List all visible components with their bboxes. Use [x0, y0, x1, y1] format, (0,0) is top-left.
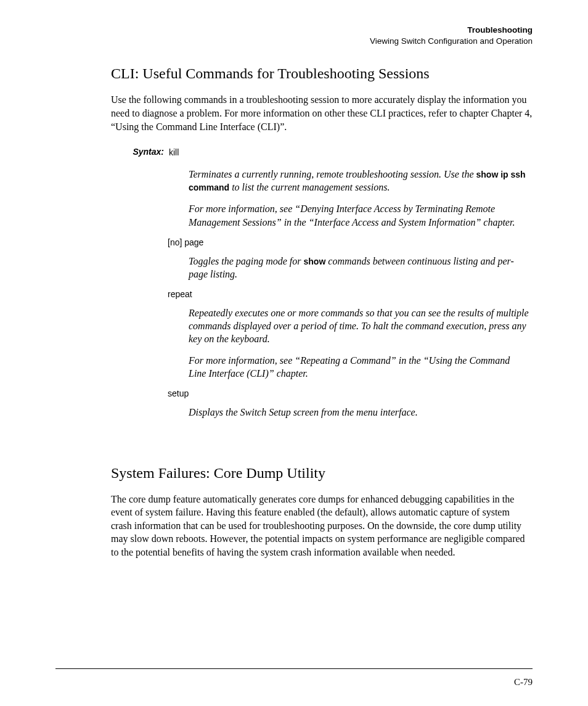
command-page: [no] page [168, 237, 533, 247]
kill-description-1: Terminates a currently running, remote t… [189, 168, 529, 194]
kill-description-2: For more information, see “Denying Inter… [189, 202, 529, 228]
text-span: Terminates a currently running, remote t… [189, 169, 476, 179]
page-number: C-79 [514, 677, 533, 688]
section-heading-coredump: System Failures: Core Dump Utility [111, 465, 533, 482]
main-content: CLI: Useful Commands for Troubleshooting… [111, 65, 533, 559]
command-repeat: repeat [168, 289, 533, 299]
repeat-description-1: Repeatedly executes one or more commands… [189, 306, 529, 345]
page-description: Toggles the paging mode for show command… [189, 255, 529, 281]
section-heading-cli: CLI: Useful Commands for Troubleshooting… [111, 65, 533, 82]
bold-command-text: show [304, 257, 326, 266]
syntax-label: Syntax: [128, 147, 164, 157]
running-header: Troubleshooting Viewing Switch Configura… [55, 25, 533, 47]
header-subtitle: Viewing Switch Configuration and Operati… [55, 36, 533, 47]
document-page: Troubleshooting Viewing Switch Configura… [0, 0, 588, 706]
coredump-paragraph: The core dump feature automatically gene… [111, 493, 533, 559]
setup-description: Displays the Switch Setup screen from th… [189, 406, 529, 419]
section-spacer [111, 428, 533, 465]
intro-paragraph: Use the following commands in a troubles… [111, 93, 533, 133]
header-title: Troubleshooting [55, 25, 533, 36]
syntax-row-kill: Syntax: kill [128, 147, 533, 158]
text-span: to list the current management sessions. [229, 182, 390, 192]
command-kill: kill [169, 147, 179, 157]
text-span: Toggles the paging mode for [189, 256, 304, 266]
footer-rule [55, 668, 533, 669]
repeat-description-2: For more information, see “Repeating a C… [189, 354, 529, 380]
command-setup: setup [168, 388, 533, 398]
